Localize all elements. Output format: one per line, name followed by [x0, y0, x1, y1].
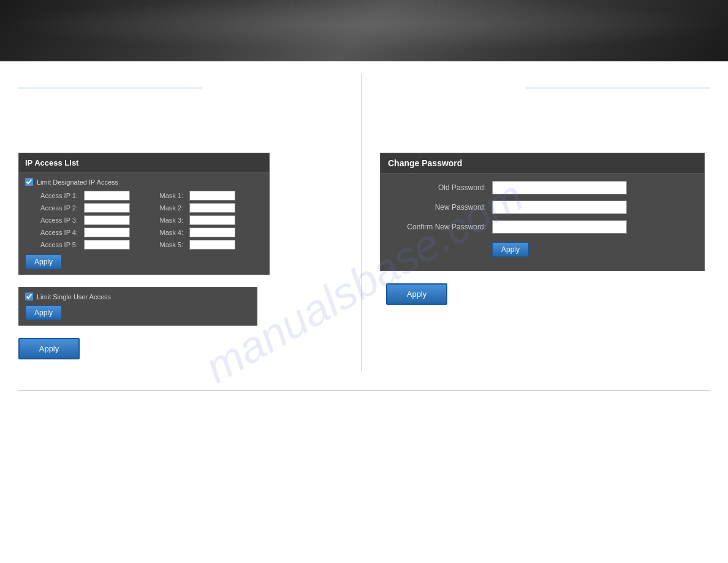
old-password-row: Old Password: [388, 181, 697, 194]
limit-ip-access-row: Limit Designated IP Access [25, 178, 263, 186]
limit-ip-label: Limit Designated IP Access [37, 178, 118, 186]
mask-3-label: Mask 3: [137, 216, 186, 224]
mask-2-input[interactable] [189, 203, 235, 213]
single-user-panel-body: Limit Single User Access Apply [19, 288, 257, 325]
single-user-apply-button[interactable]: Apply [25, 305, 62, 320]
change-password-body: Old Password: New Password: Confirm New … [381, 174, 704, 270]
new-password-input[interactable] [492, 201, 627, 214]
access-ip-5-input[interactable] [84, 240, 130, 250]
mask-1-input[interactable] [189, 191, 235, 201]
access-ip-4-input[interactable] [84, 228, 130, 237]
access-ip-4-label: Access IP 4: [25, 229, 80, 236]
access-ip-5-label: Access IP 5: [25, 241, 80, 248]
mask-5-label: Mask 5: [137, 241, 186, 248]
ip-access-list-panel: IP Access List Limit Designated IP Acces… [18, 153, 270, 275]
mask-2-label: Mask 2: [137, 204, 186, 212]
left-panel: IP Access List Limit Designated IP Acces… [0, 74, 362, 372]
limit-single-user-row: Limit Single User Access [25, 293, 251, 301]
single-user-access-panel: Limit Single User Access Apply [18, 287, 257, 326]
mask-4-label: Mask 4: [137, 229, 186, 236]
main-content: IP Access List Limit Designated IP Acces… [0, 61, 728, 384]
left-bottom-apply-section: Apply [18, 338, 343, 359]
confirm-password-row: Confirm New Password: [388, 220, 697, 234]
right-panel: Change Password Old Password: New Passwo… [362, 74, 728, 372]
access-ip-2-label: Access IP 2: [25, 204, 80, 212]
change-password-apply-row: Apply [388, 240, 697, 257]
access-ip-1-label: Access IP 1: [25, 192, 80, 199]
new-password-label: New Password: [388, 203, 492, 212]
access-ip-3-input[interactable] [84, 215, 130, 225]
ip-access-list-title: IP Access List [19, 153, 269, 173]
mask-5-input[interactable] [189, 240, 235, 250]
header-banner [0, 0, 728, 61]
change-password-apply-button[interactable]: Apply [492, 242, 529, 257]
right-bottom-apply-section: Apply [380, 283, 710, 305]
limit-ip-checkbox[interactable] [25, 178, 33, 186]
bottom-divider [18, 390, 710, 391]
left-bottom-apply-button[interactable]: Apply [18, 338, 80, 359]
old-password-label: Old Password: [388, 183, 492, 192]
ip-access-list-body: Limit Designated IP Access Access IP 1: … [19, 173, 269, 274]
left-spacer-top [18, 98, 343, 134]
mask-3-input[interactable] [189, 215, 235, 225]
left-section-divider [18, 86, 202, 88]
ip-access-apply-button[interactable]: Apply [25, 255, 62, 269]
right-section-divider [526, 86, 710, 88]
new-password-row: New Password: [388, 201, 697, 214]
change-password-title: Change Password [381, 153, 704, 174]
access-ip-1-input[interactable] [84, 191, 130, 201]
mask-4-input[interactable] [189, 228, 235, 237]
limit-single-user-label: Limit Single User Access [37, 293, 111, 301]
right-spacer-top [380, 98, 710, 134]
confirm-password-label: Confirm New Password: [388, 223, 492, 231]
ip-grid: Access IP 1: Mask 1: Access IP 2: Mask 2… [25, 191, 263, 250]
confirm-password-input[interactable] [492, 220, 627, 234]
old-password-input[interactable] [492, 181, 627, 194]
limit-single-user-checkbox[interactable] [25, 293, 33, 301]
access-ip-2-input[interactable] [84, 203, 130, 213]
right-bottom-apply-button[interactable]: Apply [386, 283, 447, 305]
access-ip-3-label: Access IP 3: [25, 216, 80, 224]
change-password-panel: Change Password Old Password: New Passwo… [380, 153, 705, 271]
mask-1-label: Mask 1: [137, 192, 186, 199]
